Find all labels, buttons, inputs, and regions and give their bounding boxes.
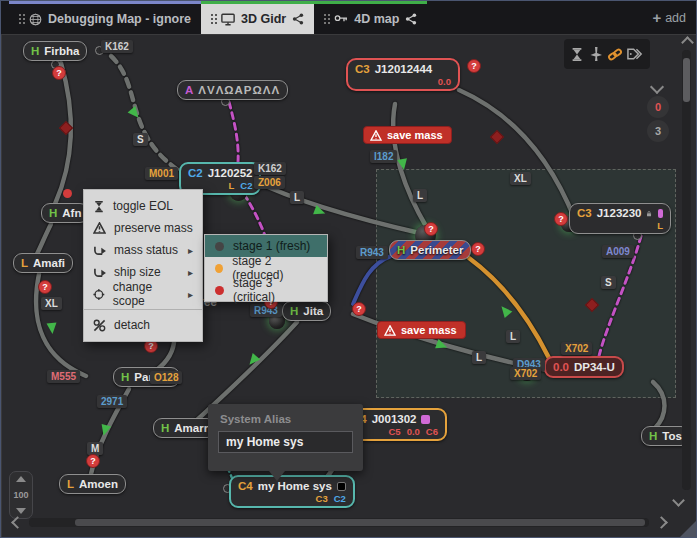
zoom-in-button[interactable] bbox=[16, 476, 26, 482]
scope-icon bbox=[93, 288, 105, 301]
tab-3d-gidr[interactable]: 3D Gidr bbox=[201, 1, 314, 34]
system-name: Perimeter bbox=[410, 243, 463, 257]
alias-input[interactable] bbox=[218, 431, 353, 453]
submenu-item-stage3[interactable]: stage 3 (critical) bbox=[205, 279, 327, 301]
menu-item-label: preserve mass bbox=[114, 221, 193, 235]
menu-item-label: mass status bbox=[114, 243, 178, 257]
system-node-jita[interactable]: HJita bbox=[282, 301, 331, 321]
link-filter-icon[interactable] bbox=[607, 47, 623, 62]
system-node-dp34u[interactable]: 0.0DP34-U bbox=[544, 356, 624, 378]
size-label: L bbox=[413, 189, 427, 202]
system-node-firbha[interactable]: HFirbha bbox=[23, 41, 87, 61]
map-canvas[interactable]: ? ? ? ? ? ? ? ? ? ? K162 K162 Z006 M001 … bbox=[1, 34, 697, 538]
vertical-scrollbar-thumb[interactable] bbox=[683, 58, 690, 102]
route-arrow-icon bbox=[47, 323, 58, 335]
menu-item-mass-status[interactable]: mass status ▸ bbox=[84, 239, 202, 261]
eol-dot-icon bbox=[63, 189, 72, 198]
system-name: Afn bbox=[62, 206, 81, 220]
signature-label: X702 bbox=[561, 342, 592, 355]
system-node-j123230[interactable]: C3J123230 L bbox=[569, 203, 671, 234]
size-label: L bbox=[472, 351, 486, 364]
count-badge[interactable]: 3 bbox=[647, 120, 669, 142]
hourglass-filter-icon[interactable] bbox=[570, 47, 584, 62]
system-node-glyph[interactable]: AΛVΛΩΑΡΩΛΛ bbox=[177, 80, 288, 100]
drag-grip-icon[interactable] bbox=[19, 14, 21, 16]
add-map-button[interactable]: + add bbox=[652, 1, 686, 34]
system-name: Amafi bbox=[33, 256, 65, 270]
tags-filter-icon[interactable] bbox=[627, 47, 644, 61]
system-name: J120252 bbox=[208, 166, 253, 180]
static-tag: C6 bbox=[426, 427, 438, 437]
map-toolbar bbox=[564, 39, 650, 69]
redo-arrow-icon bbox=[93, 245, 106, 256]
tab-4d-map[interactable]: 4D map bbox=[314, 1, 427, 34]
system-node-amafi[interactable]: LAmafi bbox=[13, 253, 73, 273]
system-node-amoen[interactable]: LAmoen bbox=[59, 474, 126, 494]
signature-label: K162 bbox=[101, 40, 133, 53]
system-name: J12012444 bbox=[375, 62, 433, 76]
size-label: L bbox=[290, 191, 304, 204]
add-label: add bbox=[665, 11, 686, 25]
system-node-j12012444[interactable]: C3J12012444 0.0 bbox=[346, 58, 460, 91]
stage2-dot-icon bbox=[215, 264, 223, 273]
save-mass-label: save mass bbox=[387, 129, 443, 141]
menu-separator bbox=[84, 309, 202, 310]
size-label: S bbox=[133, 133, 148, 146]
mass-value: 0.0 bbox=[407, 427, 420, 437]
warning-icon bbox=[370, 130, 382, 141]
security-class: A bbox=[185, 83, 193, 97]
horizontal-scrollbar-thumb[interactable] bbox=[75, 519, 645, 526]
question-mark-badge: ? bbox=[467, 59, 481, 73]
hourglass-icon bbox=[93, 200, 105, 213]
question-mark-badge: ? bbox=[554, 212, 568, 226]
share-icon[interactable] bbox=[292, 13, 304, 25]
warning-icon bbox=[93, 222, 106, 234]
menu-item-detach[interactable]: detach bbox=[84, 314, 202, 336]
system-node-perimeter[interactable]: HPerimeter bbox=[389, 240, 471, 260]
menu-item-label: ship size bbox=[114, 265, 161, 279]
wormhole-class: C3 bbox=[577, 206, 592, 220]
security-class: H bbox=[161, 421, 169, 435]
question-mark-badge: ? bbox=[38, 280, 52, 294]
ship-filter-icon[interactable] bbox=[588, 47, 604, 61]
dialog-title: System Alias bbox=[208, 404, 363, 431]
security-class: H bbox=[397, 243, 405, 257]
size-label: L bbox=[506, 330, 520, 343]
plus-icon: + bbox=[652, 9, 661, 26]
horizontal-scrollbar[interactable] bbox=[29, 518, 649, 527]
drag-grip-icon[interactable] bbox=[211, 14, 213, 16]
menu-item-preserve-mass[interactable]: preserve mass bbox=[84, 217, 202, 239]
alert-count-badge[interactable]: 0 bbox=[647, 96, 669, 118]
drag-grip-icon[interactable] bbox=[324, 14, 326, 16]
system-name: Jita bbox=[303, 304, 323, 318]
system-name: J123230 bbox=[597, 206, 642, 220]
wormhole-class: C4 bbox=[238, 479, 253, 493]
size-label: S bbox=[601, 276, 616, 289]
system-name: Tos bbox=[662, 429, 682, 443]
system-alias-dialog: System Alias bbox=[208, 404, 363, 471]
zoom-out-button[interactable] bbox=[16, 508, 26, 514]
zoom-level: 100 bbox=[13, 490, 28, 500]
purple-flag-square bbox=[421, 415, 430, 424]
submenu-item-label: stage 1 (fresh) bbox=[233, 239, 310, 253]
save-mass-badge: save mass bbox=[363, 126, 452, 144]
static-tag: C2 bbox=[240, 181, 252, 191]
black-flag-square bbox=[337, 482, 346, 491]
menu-item-change-scope[interactable]: change scope ▸ bbox=[84, 283, 202, 305]
signature-label: M555 bbox=[47, 370, 80, 383]
system-name: my Home sys bbox=[258, 479, 332, 493]
size-label: M bbox=[87, 442, 103, 455]
security-class: H bbox=[49, 206, 57, 220]
vertical-scrollbar[interactable] bbox=[682, 50, 691, 490]
menu-item-toggle-eol[interactable]: toggle EOL bbox=[84, 195, 202, 217]
system-node-home[interactable]: C4my Home sys C3C2 bbox=[229, 475, 355, 508]
share-icon[interactable] bbox=[405, 13, 417, 25]
tab-bar: Debugging Map - ignore 3D Gidr 4D map + … bbox=[1, 1, 696, 34]
tab-debugging-map[interactable]: Debugging Map - ignore bbox=[9, 1, 201, 34]
dialog-pointer bbox=[269, 471, 285, 481]
unlink-icon bbox=[93, 319, 106, 332]
purple-flag-square bbox=[658, 209, 663, 218]
system-node-amarr[interactable]: HAmarr bbox=[153, 418, 216, 438]
resize-grip[interactable] bbox=[680, 521, 696, 537]
static-tag: C5 bbox=[388, 427, 400, 437]
